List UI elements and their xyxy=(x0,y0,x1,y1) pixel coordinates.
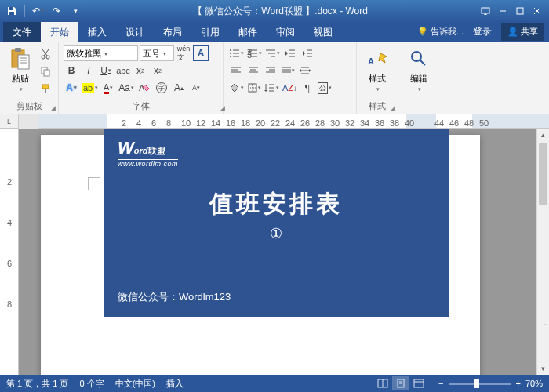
distribute-button[interactable] xyxy=(297,63,313,78)
overlay-url: www.wordlm.com xyxy=(118,159,178,168)
group-paragraph: ▾ 123▾ ▾ ▾ ▾ ▾ ▾ AZ↓ ¶ 公▾ xyxy=(224,42,357,114)
svg-rect-9 xyxy=(18,55,29,69)
styles-button[interactable]: A 样式▾ xyxy=(362,45,393,100)
overlay-heading: 值班安排表 xyxy=(118,188,434,220)
svg-rect-19 xyxy=(42,85,49,89)
vertical-ruler[interactable]: 2468 xyxy=(0,129,19,375)
scroll-thumb[interactable] xyxy=(539,143,547,205)
group-font: 微软雅黑▾ 五号▾ wén文 A B I U▾ abc x2 x2 A▾ ab▾… xyxy=(59,42,224,114)
font-color-button[interactable]: A▾ xyxy=(100,80,116,96)
status-page[interactable]: 第 1 页，共 1 页 xyxy=(6,378,68,390)
svg-rect-8 xyxy=(15,48,21,52)
scroll-up-icon[interactable]: ▴ xyxy=(537,129,549,141)
tab-home[interactable]: 开始 xyxy=(41,22,78,42)
status-lang[interactable]: 中文(中国) xyxy=(115,378,155,390)
svg-point-70 xyxy=(412,52,421,61)
copy-button[interactable] xyxy=(38,64,53,79)
change-case-button[interactable]: Aa▾ xyxy=(118,80,135,96)
tab-view[interactable]: 视图 xyxy=(304,22,342,42)
sort-button[interactable]: AZ↓ xyxy=(282,80,298,96)
window-title: 【 微信公众号：Word联盟 】.docx - Word xyxy=(84,5,477,18)
phonetic-button[interactable]: wén文 xyxy=(176,45,191,61)
font-size-combo[interactable]: 五号▾ xyxy=(140,45,174,61)
italic-button[interactable]: I xyxy=(81,63,96,78)
shrink-font-button[interactable]: A▾ xyxy=(188,80,204,96)
align-center-button[interactable] xyxy=(245,63,261,78)
text-effects-button[interactable]: A▾ xyxy=(64,80,79,96)
tab-review[interactable]: 审阅 xyxy=(267,22,304,42)
minimize-icon[interactable] xyxy=(494,2,511,20)
svg-point-26 xyxy=(230,56,231,57)
grow-font-button[interactable]: A▴ xyxy=(171,80,187,96)
superscript-button[interactable]: x2 xyxy=(150,63,165,78)
format-painter-button[interactable] xyxy=(38,81,53,96)
redo-icon[interactable]: ↷ xyxy=(48,2,65,20)
zoom-out-button[interactable]: − xyxy=(438,379,443,388)
read-mode-icon[interactable] xyxy=(374,376,391,390)
status-insert[interactable]: 插入 xyxy=(166,378,184,390)
signin-button[interactable]: 登录 xyxy=(467,21,498,42)
close-icon[interactable] xyxy=(529,2,546,20)
tab-mailings[interactable]: 邮件 xyxy=(229,22,267,42)
tab-layout[interactable]: 布局 xyxy=(154,22,191,42)
asian-layout-button[interactable]: 公▾ xyxy=(317,80,333,96)
highlight-button[interactable]: ab▾ xyxy=(81,80,99,96)
maximize-icon[interactable] xyxy=(511,2,529,20)
document-canvas[interactable]: Word联盟 www.wordlm.com 值班安排表 ① 微信公众号：Word… xyxy=(19,129,536,375)
ribbon-tabs: 文件 开始 插入 设计 布局 引用 邮件 审阅 视图 💡告诉我... 登录 👤共… xyxy=(0,22,549,42)
zoom-level[interactable]: 70% xyxy=(525,379,543,388)
bullets-button[interactable]: ▾ xyxy=(228,45,245,61)
shading-button[interactable]: ▾ xyxy=(228,80,245,96)
status-words[interactable]: 0 个字 xyxy=(79,378,104,390)
font-name-combo[interactable]: 微软雅黑▾ xyxy=(64,45,138,61)
svg-line-71 xyxy=(420,60,425,65)
align-left-button[interactable] xyxy=(228,63,244,78)
overlay-footer: 微信公众号：Wordlm123 xyxy=(118,290,231,304)
tab-references[interactable]: 引用 xyxy=(191,22,229,42)
tab-selector[interactable]: L xyxy=(0,114,19,129)
numbering-button[interactable]: 123▾ xyxy=(246,45,263,61)
zoom-slider[interactable] xyxy=(449,383,511,385)
line-spacing-button[interactable]: ▾ xyxy=(264,80,280,96)
horizontal-ruler[interactable]: 2468101214161820222426283032343638404446… xyxy=(38,114,549,129)
zoom-in-button[interactable]: + xyxy=(516,379,521,388)
bold-button[interactable]: B xyxy=(64,63,79,78)
dialog-launcher-icon[interactable]: ◢ xyxy=(390,104,395,112)
tell-me[interactable]: 💡告诉我... xyxy=(417,26,464,38)
show-marks-button[interactable]: ¶ xyxy=(300,80,315,96)
svg-rect-77 xyxy=(414,379,424,387)
clear-format-button[interactable]: A xyxy=(136,80,152,96)
title-bar: ↶▾ ↷ ▾ 【 微信公众号：Word联盟 】.docx - Word xyxy=(0,0,549,22)
underline-button[interactable]: U▾ xyxy=(98,63,114,78)
editing-button[interactable]: 编辑▾ xyxy=(403,45,434,113)
web-layout-icon[interactable] xyxy=(410,376,427,390)
strike-button[interactable]: abc xyxy=(115,63,131,78)
overlay-number: ① xyxy=(118,225,434,242)
align-right-button[interactable] xyxy=(263,63,278,78)
share-button[interactable]: 👤共享 xyxy=(501,23,544,41)
tab-file[interactable]: 文件 xyxy=(3,22,41,42)
enclose-button[interactable]: 字 xyxy=(154,80,169,96)
char-border-button[interactable]: A xyxy=(193,45,209,61)
decrease-indent-button[interactable] xyxy=(282,45,298,61)
dialog-launcher-icon[interactable]: ◢ xyxy=(50,104,56,112)
ribbon-options-icon[interactable] xyxy=(477,2,494,20)
subscript-button[interactable]: x2 xyxy=(133,63,148,78)
undo-icon[interactable]: ↶▾ xyxy=(29,2,46,20)
tab-insert[interactable]: 插入 xyxy=(78,22,116,42)
justify-button[interactable]: ▾ xyxy=(280,63,296,78)
multilevel-button[interactable]: ▾ xyxy=(264,45,281,61)
svg-rect-0 xyxy=(9,7,13,10)
print-layout-icon[interactable] xyxy=(392,376,409,390)
save-icon[interactable] xyxy=(3,2,20,20)
group-editing: 编辑▾ xyxy=(398,42,439,114)
paste-button[interactable]: 粘贴▾ xyxy=(5,45,36,100)
overlay-card: Word联盟 www.wordlm.com 值班安排表 ① 微信公众号：Word… xyxy=(104,129,449,317)
tab-design[interactable]: 设计 xyxy=(116,22,154,42)
borders-button[interactable]: ▾ xyxy=(246,80,262,96)
increase-indent-button[interactable] xyxy=(300,45,315,61)
vertical-scrollbar[interactable]: ▴ ▾ xyxy=(536,129,549,375)
cut-button[interactable] xyxy=(38,46,53,62)
scroll-down-icon[interactable]: ▾ xyxy=(537,362,549,375)
qat-customize-icon[interactable]: ▾ xyxy=(67,2,84,20)
